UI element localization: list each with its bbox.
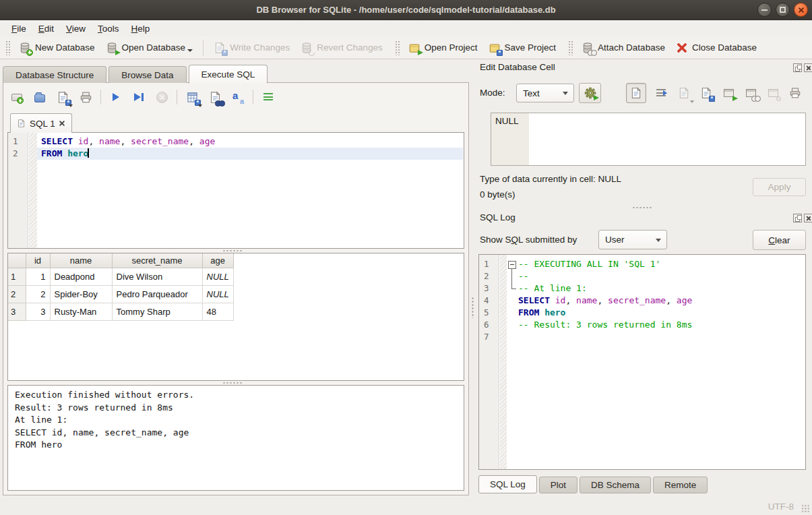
save-results-icon[interactable]	[185, 90, 199, 104]
dock-controls	[793, 63, 812, 72]
print-icon[interactable]	[79, 90, 92, 104]
sql-document-tab[interactable]: SQL 1	[10, 113, 72, 133]
close-dock-icon[interactable]	[804, 214, 812, 222]
sql-log-title: SQL Log	[480, 212, 516, 222]
attach-database-button[interactable]: Attach Database	[576, 39, 670, 57]
log-line: SELECT id, name, secret_name, age	[507, 295, 805, 307]
open-database-button[interactable]: Open Database	[100, 39, 199, 57]
execute-all-icon[interactable]	[109, 90, 123, 104]
menu-edit[interactable]: Edit	[32, 22, 60, 36]
new-database-button[interactable]: New Database	[13, 39, 100, 57]
fold-collapse-icon[interactable]	[507, 258, 518, 270]
revert-changes-button: Revert Changes	[295, 39, 388, 57]
float-dock-icon[interactable]	[793, 214, 802, 222]
resize-grip[interactable]	[801, 504, 810, 513]
apply-format-button[interactable]	[579, 83, 601, 103]
float-dock-icon[interactable]	[793, 63, 802, 72]
execution-status-log[interactable]: Execution finished without errors. Resul…	[7, 385, 464, 491]
menu-view[interactable]: View	[60, 22, 92, 36]
write-changes-button: Write Changes	[208, 39, 295, 57]
cell-secret-name[interactable]: Dive Wilson	[112, 268, 202, 285]
autocomplete-icon[interactable]	[231, 90, 245, 104]
splitter-handle[interactable]	[632, 206, 652, 209]
cell-age[interactable]: 48	[202, 303, 233, 320]
cell-size-info: 0 byte(s)	[480, 189, 516, 200]
row-header[interactable]: 3	[8, 303, 26, 320]
clear-button[interactable]: Clear	[753, 230, 806, 250]
vertical-splitter-handle[interactable]	[471, 297, 474, 318]
sql-editor[interactable]: 1 2 SELECT id, name, secret_name, age FR…	[7, 132, 464, 249]
close-dock-icon[interactable]	[804, 63, 812, 72]
dock-tab-remote[interactable]: Remote	[653, 477, 708, 493]
splitter-handle[interactable]	[222, 382, 243, 384]
menu-tools[interactable]: Tools	[92, 22, 125, 36]
edit-database-cell-title: Edit Database Cell	[480, 62, 555, 72]
splitter-handle[interactable]	[222, 249, 243, 252]
word-wrap-icon[interactable]	[655, 86, 668, 100]
titlebar[interactable]: DB Browser for SQLite - /home/user/code/…	[0, 0, 812, 20]
cell-id[interactable]: 2	[26, 285, 50, 303]
chevron-down-icon	[563, 92, 568, 95]
dock-tab-plot[interactable]: Plot	[539, 477, 577, 493]
tab-browse-data[interactable]: Browse Data	[108, 66, 186, 83]
close-button[interactable]	[794, 3, 808, 17]
corner-header[interactable]	[8, 253, 26, 268]
menu-file[interactable]: File	[5, 22, 32, 36]
encoding-indicator: UTF-8	[768, 502, 794, 512]
cell-secret-name[interactable]: Pedro Parqueador	[112, 285, 202, 303]
project-save-icon	[489, 42, 501, 54]
cell-secret-name[interactable]: Tommy Sharp	[112, 303, 202, 320]
column-header-id[interactable]: id	[26, 253, 50, 268]
cell-name[interactable]: Rusty-Man	[50, 303, 112, 320]
new-tab-icon[interactable]	[10, 90, 24, 104]
close-database-button[interactable]: Close Database	[670, 39, 762, 57]
sql-log-view[interactable]: 1 2 3 4 5 6 7 -- EXECUTING ALL IN 'SQL 1…	[478, 254, 806, 470]
log-line: -- Result: 3 rows returned in 8ms	[507, 319, 805, 331]
menu-help[interactable]: Help	[125, 22, 156, 36]
cell-age[interactable]: NULL	[202, 285, 233, 303]
open-project-button[interactable]: Open Project	[403, 39, 483, 57]
open-sql-file-icon[interactable]	[33, 90, 46, 104]
cell-id[interactable]: 1	[26, 268, 50, 285]
toolbar-drag-handle[interactable]	[568, 40, 573, 55]
row-header[interactable]: 1	[8, 268, 26, 285]
mode-select[interactable]: Text	[516, 84, 574, 102]
dock-tab-sql-log[interactable]: SQL Log	[478, 475, 537, 493]
db-browser-window: DB Browser for SQLite - /home/user/code/…	[0, 0, 812, 515]
column-header-age[interactable]: age	[202, 253, 233, 268]
toolbar-drag-handle[interactable]	[395, 40, 400, 55]
tab-database-structure[interactable]: Database Structure	[3, 66, 106, 83]
cell-id[interactable]: 3	[26, 303, 50, 320]
print-cell-icon[interactable]	[788, 86, 802, 100]
cell-name[interactable]: Deadpond	[50, 268, 112, 285]
execute-sql-panel: SQL 1 1 2 SELECT id, name, secret_name, …	[3, 82, 469, 495]
open-database-dropdown-icon[interactable]	[187, 49, 193, 52]
minimize-button[interactable]	[757, 3, 772, 17]
tab-execute-sql[interactable]: Execute SQL	[189, 65, 268, 84]
export-icon[interactable]	[722, 86, 735, 100]
editor-margin	[29, 133, 37, 248]
execute-line-icon[interactable]	[132, 90, 146, 104]
save-as-icon[interactable]	[699, 86, 713, 100]
results-grid: id name secret_name age 1 1 Deadpond Div…	[7, 253, 464, 381]
column-header-secret-name[interactable]: secret_name	[112, 253, 202, 268]
find-icon[interactable]	[208, 90, 222, 104]
save-project-button[interactable]: Save Project	[483, 39, 562, 57]
cell-value-editor[interactable]: NULL	[491, 113, 806, 166]
cell-age[interactable]: NULL	[202, 268, 233, 285]
link-icon[interactable]	[744, 86, 757, 100]
toolbar-drag-handle[interactable]	[5, 40, 11, 55]
text-mode-button[interactable]	[626, 83, 646, 103]
cell-name[interactable]: Spider-Boy	[50, 285, 112, 303]
text-cursor	[88, 148, 89, 158]
row-header[interactable]: 2	[8, 285, 26, 303]
column-header-name[interactable]: name	[50, 253, 112, 268]
format-sql-icon[interactable]	[261, 90, 275, 104]
dock-tab-db-schema[interactable]: DB Schema	[580, 477, 651, 493]
cell-editor-toolbar	[626, 83, 802, 103]
maximize-button[interactable]	[776, 3, 790, 17]
close-tab-icon[interactable]	[59, 121, 65, 127]
sql-filter-select[interactable]: User	[598, 230, 667, 249]
dock-controls	[793, 214, 812, 222]
save-sql-file-icon[interactable]	[56, 90, 69, 104]
